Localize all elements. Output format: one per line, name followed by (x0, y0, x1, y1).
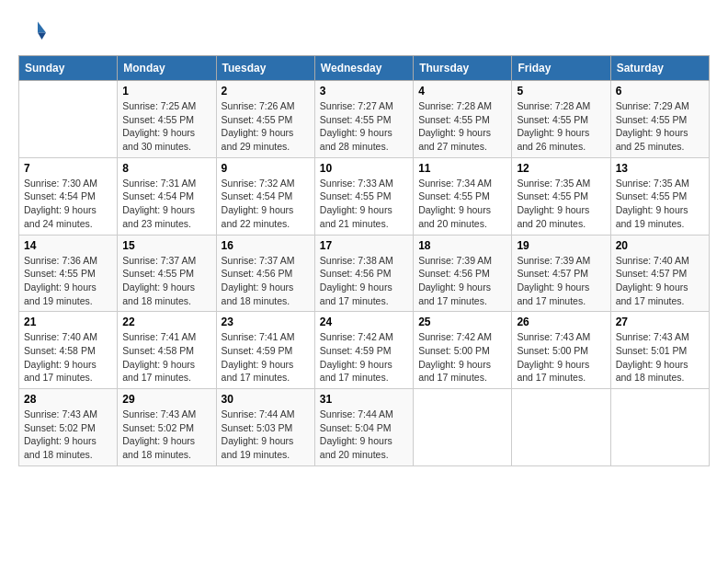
day-cell: 18Sunrise: 7:39 AMSunset: 4:56 PMDayligh… (414, 235, 512, 312)
day-info: Sunrise: 7:30 AMSunset: 4:54 PMDaylight:… (24, 177, 112, 231)
day-info: Sunrise: 7:25 AMSunset: 4:55 PMDaylight:… (122, 99, 210, 154)
weekday-header-tuesday: Tuesday (216, 56, 314, 81)
day-number: 16 (222, 239, 310, 252)
day-number: 1 (122, 85, 210, 98)
day-number: 20 (616, 239, 704, 252)
day-number: 23 (222, 316, 310, 328)
calendar-body: 1Sunrise: 7:25 AMSunset: 4:55 PMDaylight… (19, 81, 710, 466)
day-cell: 13Sunrise: 7:35 AMSunset: 4:55 PMDayligh… (610, 157, 709, 235)
day-number: 17 (320, 239, 408, 252)
day-info: Sunrise: 7:38 AMSunset: 4:56 PMDaylight:… (320, 254, 408, 308)
week-row-0: 1Sunrise: 7:25 AMSunset: 4:55 PMDaylight… (19, 81, 710, 158)
day-cell: 11Sunrise: 7:34 AMSunset: 4:55 PMDayligh… (414, 157, 512, 235)
day-info: Sunrise: 7:28 AMSunset: 4:55 PMDaylight:… (517, 99, 605, 154)
day-info: Sunrise: 7:27 AMSunset: 4:55 PMDaylight:… (320, 99, 408, 154)
day-cell (512, 389, 610, 466)
day-cell: 16Sunrise: 7:37 AMSunset: 4:56 PMDayligh… (216, 235, 314, 312)
logo-icon (18, 18, 46, 46)
day-cell: 10Sunrise: 7:33 AMSunset: 4:55 PMDayligh… (314, 157, 413, 235)
day-cell: 5Sunrise: 7:28 AMSunset: 4:55 PMDaylight… (512, 81, 610, 158)
day-info: Sunrise: 7:44 AMSunset: 5:04 PMDaylight:… (320, 408, 408, 462)
day-info: Sunrise: 7:43 AMSunset: 5:02 PMDaylight:… (24, 408, 112, 462)
day-number: 14 (24, 239, 112, 252)
day-info: Sunrise: 7:31 AMSunset: 4:54 PMDaylight:… (122, 177, 210, 231)
day-info: Sunrise: 7:41 AMSunset: 4:59 PMDaylight:… (222, 330, 310, 385)
day-info: Sunrise: 7:43 AMSunset: 5:00 PMDaylight:… (517, 330, 605, 385)
day-number: 21 (24, 316, 112, 328)
day-number: 9 (222, 162, 310, 175)
day-info: Sunrise: 7:33 AMSunset: 4:55 PMDaylight:… (320, 177, 408, 231)
day-cell: 21Sunrise: 7:40 AMSunset: 4:58 PMDayligh… (19, 312, 118, 389)
day-cell (19, 81, 118, 158)
day-cell: 12Sunrise: 7:35 AMSunset: 4:55 PMDayligh… (512, 157, 610, 235)
weekday-header-sunday: Sunday (19, 56, 118, 81)
day-cell: 2Sunrise: 7:26 AMSunset: 4:55 PMDaylight… (216, 81, 314, 158)
day-number: 3 (320, 85, 408, 98)
day-info: Sunrise: 7:35 AMSunset: 4:55 PMDaylight:… (616, 177, 704, 231)
day-info: Sunrise: 7:36 AMSunset: 4:55 PMDaylight:… (24, 254, 112, 308)
weekday-header-saturday: Saturday (610, 56, 709, 81)
day-cell: 27Sunrise: 7:43 AMSunset: 5:01 PMDayligh… (610, 312, 709, 389)
day-info: Sunrise: 7:35 AMSunset: 4:55 PMDaylight:… (517, 177, 605, 231)
day-info: Sunrise: 7:40 AMSunset: 4:57 PMDaylight:… (616, 254, 704, 308)
day-info: Sunrise: 7:37 AMSunset: 4:55 PMDaylight:… (122, 254, 210, 308)
day-cell: 6Sunrise: 7:29 AMSunset: 4:55 PMDaylight… (610, 81, 709, 158)
day-cell: 8Sunrise: 7:31 AMSunset: 4:54 PMDaylight… (118, 157, 216, 235)
weekday-header-friday: Friday (512, 56, 610, 81)
day-cell: 17Sunrise: 7:38 AMSunset: 4:56 PMDayligh… (314, 235, 413, 312)
weekday-header-thursday: Thursday (414, 56, 512, 81)
day-info: Sunrise: 7:39 AMSunset: 4:57 PMDaylight:… (517, 254, 605, 308)
day-info: Sunrise: 7:43 AMSunset: 5:01 PMDaylight:… (616, 330, 704, 385)
day-cell: 4Sunrise: 7:28 AMSunset: 4:55 PMDaylight… (414, 81, 512, 158)
svg-marker-1 (38, 32, 46, 40)
day-cell: 29Sunrise: 7:43 AMSunset: 5:02 PMDayligh… (118, 389, 216, 466)
day-info: Sunrise: 7:42 AMSunset: 5:00 PMDaylight:… (418, 330, 506, 385)
day-number: 27 (616, 316, 704, 328)
day-cell: 23Sunrise: 7:41 AMSunset: 4:59 PMDayligh… (216, 312, 314, 389)
logo (18, 18, 48, 46)
calendar-header: SundayMondayTuesdayWednesdayThursdayFrid… (19, 56, 710, 81)
day-number: 4 (418, 85, 506, 98)
day-info: Sunrise: 7:39 AMSunset: 4:56 PMDaylight:… (418, 254, 506, 308)
day-info: Sunrise: 7:32 AMSunset: 4:54 PMDaylight:… (222, 177, 310, 231)
day-cell: 7Sunrise: 7:30 AMSunset: 4:54 PMDaylight… (19, 157, 118, 235)
page-header (18, 18, 710, 46)
day-number: 28 (24, 393, 112, 406)
day-number: 15 (122, 239, 210, 252)
calendar: SundayMondayTuesdayWednesdayThursdayFrid… (18, 55, 710, 466)
day-number: 5 (517, 85, 605, 98)
day-cell: 14Sunrise: 7:36 AMSunset: 4:55 PMDayligh… (19, 235, 118, 312)
day-info: Sunrise: 7:44 AMSunset: 5:03 PMDaylight:… (222, 408, 310, 462)
day-cell: 15Sunrise: 7:37 AMSunset: 4:55 PMDayligh… (118, 235, 216, 312)
day-cell: 3Sunrise: 7:27 AMSunset: 4:55 PMDaylight… (314, 81, 413, 158)
day-number: 29 (122, 393, 210, 406)
day-cell: 9Sunrise: 7:32 AMSunset: 4:54 PMDaylight… (216, 157, 314, 235)
day-cell: 31Sunrise: 7:44 AMSunset: 5:04 PMDayligh… (314, 389, 413, 466)
day-number: 10 (320, 162, 408, 175)
day-info: Sunrise: 7:40 AMSunset: 4:58 PMDaylight:… (24, 330, 112, 385)
day-cell: 20Sunrise: 7:40 AMSunset: 4:57 PMDayligh… (610, 235, 709, 312)
day-cell (610, 389, 709, 466)
day-number: 6 (616, 85, 704, 98)
day-info: Sunrise: 7:42 AMSunset: 4:59 PMDaylight:… (320, 330, 408, 385)
week-row-4: 28Sunrise: 7:43 AMSunset: 5:02 PMDayligh… (19, 389, 710, 466)
svg-marker-0 (38, 21, 46, 32)
week-row-1: 7Sunrise: 7:30 AMSunset: 4:54 PMDaylight… (19, 157, 710, 235)
day-info: Sunrise: 7:26 AMSunset: 4:55 PMDaylight:… (222, 99, 310, 154)
weekday-row: SundayMondayTuesdayWednesdayThursdayFrid… (19, 56, 710, 81)
day-number: 24 (320, 316, 408, 328)
day-info: Sunrise: 7:41 AMSunset: 4:58 PMDaylight:… (122, 330, 210, 385)
day-cell (414, 389, 512, 466)
day-cell: 28Sunrise: 7:43 AMSunset: 5:02 PMDayligh… (19, 389, 118, 466)
day-info: Sunrise: 7:29 AMSunset: 4:55 PMDaylight:… (616, 99, 704, 154)
day-info: Sunrise: 7:43 AMSunset: 5:02 PMDaylight:… (122, 408, 210, 462)
day-number: 22 (122, 316, 210, 328)
week-row-2: 14Sunrise: 7:36 AMSunset: 4:55 PMDayligh… (19, 235, 710, 312)
day-info: Sunrise: 7:34 AMSunset: 4:55 PMDaylight:… (418, 177, 506, 231)
day-number: 18 (418, 239, 506, 252)
weekday-header-wednesday: Wednesday (314, 56, 413, 81)
day-number: 7 (24, 162, 112, 175)
day-number: 26 (517, 316, 605, 328)
day-number: 8 (122, 162, 210, 175)
day-number: 31 (320, 393, 408, 406)
